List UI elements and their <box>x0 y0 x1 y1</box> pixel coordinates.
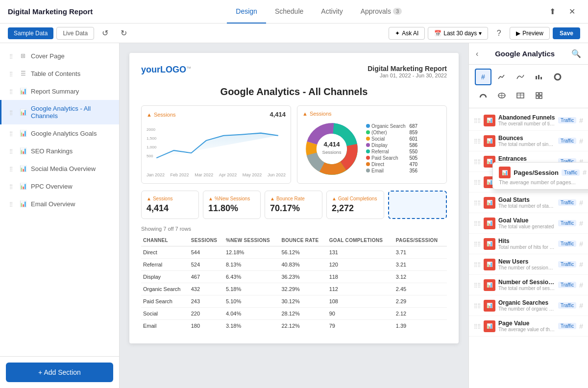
metric-desc: The total value generated <box>498 224 555 229</box>
undo-button[interactable]: ↺ <box>97 25 113 41</box>
table-cell: 28.12% <box>279 308 327 320</box>
metric-item[interactable]: ⣿⣿ 📊 Hits Total number of hits for this.… <box>469 234 588 254</box>
svg-rect-17 <box>540 77 542 79</box>
metric-info: Organic Searches The number of organic s… <box>498 299 555 312</box>
table-cell: 40.83% <box>279 259 327 271</box>
preview-button[interactable]: ▶ Preview <box>510 27 550 40</box>
table-cell: 243 <box>189 295 224 308</box>
sidebar-item-social-media[interactable]: ⣿ 📊 Social Media Overview <box>0 160 119 177</box>
table-cell: Referral <box>141 259 189 271</box>
sidebar-item-ppc[interactable]: ⣿ 📊 PPC Overview <box>0 177 119 195</box>
sidebar-item-email[interactable]: ⣿ 📊 Email Overview <box>0 195 119 213</box>
type-bar-button[interactable] <box>531 69 547 85</box>
table-row: Social2204.04%28.12%902.12 <box>141 308 447 320</box>
metric-item[interactable]: ⣿⣿ 📊 Abandoned Funnels The overall numbe… <box>469 110 588 131</box>
metric-item[interactable]: ⣿⣿ 📊 Number of Sessions p... The total n… <box>469 275 588 295</box>
sidebar-item-ga-goals[interactable]: ⣿ 📊 Google Analytics Goals <box>0 124 119 142</box>
type-gauge-button[interactable] <box>475 87 491 104</box>
tooltip-hash[interactable]: # <box>583 169 587 176</box>
topbar-actions: ⬆ ✕ <box>545 4 580 20</box>
table-cell: 36.23% <box>279 271 327 283</box>
table-cell: 118 <box>327 271 394 283</box>
sidebar-item-seo-rankings[interactable]: ⣿ 📊 SEO Rankings <box>0 142 119 160</box>
topbar-left: Digital Marketing Report <box>8 7 93 16</box>
type-number-button[interactable]: # <box>475 69 491 85</box>
toolbar: Sample Data Live Data ↺ ↻ ✦ Ask AI 📅 Las… <box>0 24 588 43</box>
chart-icon: 📊 <box>19 87 27 95</box>
table-cell: 120 <box>327 259 394 271</box>
metric-desc: The average value of this pag... <box>498 327 555 332</box>
type-line-button[interactable] <box>493 69 510 85</box>
svg-rect-27 <box>536 96 539 98</box>
type-table-button[interactable] <box>512 87 529 104</box>
chart-total: 4,414 <box>270 111 286 118</box>
table-cell: 4.04% <box>224 308 280 320</box>
metric-hash[interactable]: # <box>579 199 583 207</box>
section-title: Google Analytics - All Channels <box>141 86 447 97</box>
close-button[interactable]: ✕ <box>564 4 580 20</box>
add-section-button[interactable]: + Add Section <box>6 363 113 382</box>
table-cell: 112 <box>327 283 394 295</box>
table-cell: 2.45 <box>394 283 447 295</box>
drag-handle-icon: ⣿ <box>9 71 15 76</box>
table-cell: 220 <box>189 308 224 320</box>
metric-item[interactable]: ⣿⣿ 📊 Goal Starts The total number of sta… <box>469 193 588 213</box>
svg-text:1,500: 1,500 <box>147 136 157 141</box>
report-header: yourLOGO™ Digital Marketing Report Jan 0… <box>141 65 447 78</box>
metric-hash[interactable]: # <box>579 117 583 124</box>
sidebar-item-table-of-contents[interactable]: ⣿ ☰ Table of Contents <box>0 65 119 82</box>
share-button[interactable]: ⬆ <box>545 4 561 20</box>
tab-approvals[interactable]: Approvals 3 <box>352 0 411 24</box>
type-donut-button[interactable] <box>549 69 566 85</box>
metric-hash[interactable]: # <box>579 137 583 145</box>
sample-data-button[interactable]: Sample Data <box>8 27 53 39</box>
drag-handle-icon: ⣿ <box>9 110 15 115</box>
approvals-badge: 3 <box>393 8 402 15</box>
metric-hash[interactable]: # <box>579 240 583 248</box>
type-grid-button[interactable] <box>531 87 547 104</box>
chart-icon: 📊 <box>19 129 27 137</box>
table-cell: 5.18% <box>224 283 280 295</box>
metric-info: Hits Total number of hits for this... <box>498 238 555 250</box>
table-cell: 131 <box>327 246 394 259</box>
metric-hash[interactable]: # <box>579 322 583 330</box>
donut-container: 4,414 Sessions Organic Search687 (Other)… <box>302 120 441 178</box>
help-button[interactable]: ? <box>491 25 507 41</box>
type-map-button[interactable] <box>493 87 510 104</box>
sidebar-item-report-summary[interactable]: ⣿ 📊 Report Summary <box>0 82 119 100</box>
svg-text:1,000: 1,000 <box>147 145 157 149</box>
sidebar-list: ⣿ ⊞ Cover Page ⣿ ☰ Table of Contents ⣿ 📊… <box>0 43 119 356</box>
sidebar-item-cover-page[interactable]: ⣿ ⊞ Cover Page <box>0 47 119 65</box>
table-cell: Organic Search <box>141 283 189 295</box>
table-row: Display4676.43%36.23%1183.12 <box>141 271 447 283</box>
metric-item[interactable]: ⣿⣿ 📊 Page Value The average value of thi… <box>469 316 588 337</box>
drag-handle-icon: ⣿⣿ <box>474 282 481 288</box>
ask-ai-button[interactable]: ✦ Ask AI <box>389 27 425 40</box>
panel-search-button[interactable]: 🔍 <box>571 49 581 58</box>
tab-schedule[interactable]: Schedule <box>266 0 312 24</box>
metric-item[interactable]: ⣿⣿ 📊 Pages/Session The average number of… <box>469 172 588 193</box>
chart-xaxis: Jan 2022 Feb 2022 Mar 2022 Apr 2022 May … <box>147 172 286 177</box>
sidebar-item-ga-all-channels[interactable]: ⣿ 📊 Google Analytics - All Channels <box>0 100 119 124</box>
metric-chart-icon: 📊 <box>484 320 495 332</box>
right-panel: ‹ Google Analytics 🔍 # <box>468 43 588 388</box>
save-button[interactable]: Save <box>553 27 580 39</box>
tab-design[interactable]: Design <box>227 0 266 24</box>
date-range-button[interactable]: 📅 Last 30 days ▾ <box>428 27 488 40</box>
metric-item[interactable]: ⣿⣿ 📊 Bounces The total number of single.… <box>469 131 588 151</box>
metric-hash[interactable]: # <box>579 261 583 268</box>
chart-label: ▲ Sessions <box>147 112 176 118</box>
table-cell: Paid Search <box>141 295 189 308</box>
metric-hash[interactable]: # <box>579 302 583 310</box>
metric-hash[interactable]: # <box>579 281 583 289</box>
redo-button[interactable]: ↻ <box>116 25 131 41</box>
table-cell: 3.21 <box>394 259 447 271</box>
type-curve-button[interactable] <box>512 69 529 85</box>
metric-item[interactable]: ⣿⣿ 📊 Goal Value The total value generate… <box>469 213 588 234</box>
metric-hash[interactable]: # <box>579 219 583 227</box>
metric-item[interactable]: ⣿⣿ 📊 New Users The number of sessions m.… <box>469 254 588 275</box>
panel-back-button[interactable]: ‹ <box>476 49 478 58</box>
metric-item[interactable]: ⣿⣿ 📊 Organic Searches The number of orga… <box>469 295 588 316</box>
live-data-button[interactable]: Live Data <box>56 27 94 40</box>
tab-activity[interactable]: Activity <box>312 0 351 24</box>
